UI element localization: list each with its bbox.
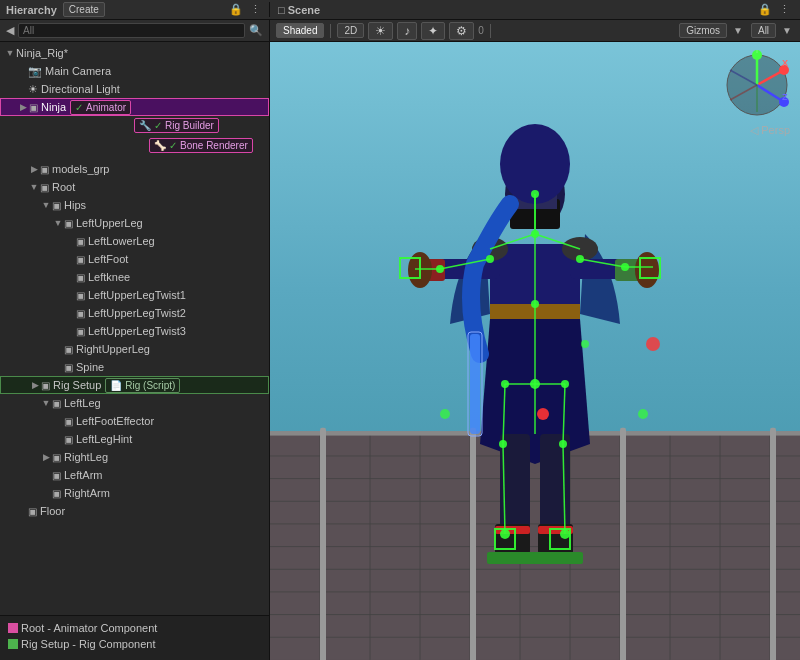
- svg-point-84: [581, 340, 589, 348]
- svg-point-66: [501, 380, 509, 388]
- rig-script-label: Rig (Script): [125, 380, 175, 391]
- mode-2d-button[interactable]: 2D: [337, 23, 364, 38]
- tree-item-hips[interactable]: ▼ ▣ Hips: [0, 196, 269, 214]
- label-leftleg: LeftLeg: [64, 397, 101, 409]
- gameobj-icon-leftfooteffector: ▣: [64, 416, 73, 427]
- light-icon: ☀: [28, 83, 38, 96]
- animator-check-icon: ✓: [75, 102, 83, 113]
- tree-item-models-grp[interactable]: ▶ ▣ models_grp: [0, 160, 269, 178]
- scene-view[interactable]: X Y Z ◁ Persp: [270, 42, 800, 660]
- animator-badge: ✓ Animator: [70, 100, 131, 115]
- label-rig-setup: Rig Setup: [53, 379, 101, 391]
- tree-item-leftleghint[interactable]: ▣ LeftLegHint: [0, 430, 269, 448]
- tree-item-rightleg[interactable]: ▶ ▣ RightLeg: [0, 448, 269, 466]
- legend-pink-square: [8, 623, 18, 633]
- tree-item-rightarm[interactable]: ▣ RightArm: [0, 484, 269, 502]
- gizmos-arrow-icon[interactable]: ▼: [731, 25, 745, 36]
- tree-item-leftknee[interactable]: ▣ Leftknee: [0, 268, 269, 286]
- tree-item-rig-setup[interactable]: ▶ ▣ Rig Setup 📄 Rig (Script): [0, 376, 269, 394]
- rig-builder-label: Rig Builder: [165, 120, 214, 131]
- legend-item-rig: Rig Setup - Rig Component: [8, 638, 261, 650]
- tree-item-leftfooteffector[interactable]: ▣ LeftFootEffector: [0, 412, 269, 430]
- label-leftlowerleg: LeftLowerLeg: [88, 235, 155, 247]
- fx-button[interactable]: ✦: [421, 22, 445, 40]
- label-leftarm: LeftArm: [64, 469, 103, 481]
- gameobj-icon-leftknee: ▣: [76, 272, 85, 283]
- gameobj-icon-spine: ▣: [64, 362, 73, 373]
- all-arrow-icon[interactable]: ▼: [780, 25, 794, 36]
- gameobj-icon-rightupperleg: ▣: [64, 344, 73, 355]
- label-leftupperlegtwist3: LeftUpperLegTwist3: [88, 325, 186, 337]
- audio-button[interactable]: ♪: [397, 22, 417, 40]
- scene-toolbar: Shaded 2D ☀ ♪ ✦ ⚙ 0 Gizmos ▼ All ▼: [270, 20, 800, 42]
- svg-text:Z: Z: [782, 92, 788, 102]
- hierarchy-search-input[interactable]: [18, 23, 245, 38]
- arrow-rig-setup: ▶: [29, 380, 41, 390]
- create-button[interactable]: Create: [63, 2, 105, 17]
- label-leftupperlegtwist2: LeftUpperLegTwist2: [88, 307, 186, 319]
- tree-item-leftarm[interactable]: ▣ LeftArm: [0, 466, 269, 484]
- tree-item-leftupperlegtwist3[interactable]: ▣ LeftUpperLegTwist3: [0, 322, 269, 340]
- more-icon-scene[interactable]: ⋮: [777, 3, 792, 16]
- scene-arrow: ▼: [4, 48, 16, 58]
- hierarchy-legend: Root - Animator Component Rig Setup - Ri…: [0, 615, 269, 660]
- svg-rect-40: [540, 434, 570, 534]
- axis-gizmo: X Y Z: [722, 50, 792, 120]
- tree-item-leftupperlegtwist1[interactable]: ▣ LeftUpperLegTwist1: [0, 286, 269, 304]
- tree-item-leftfoot[interactable]: ▣ LeftFoot: [0, 250, 269, 268]
- ninja-character-svg: [395, 104, 675, 624]
- label-leftfooteffector: LeftFootEffector: [76, 415, 154, 427]
- rig-builder-icon: 🔧: [139, 120, 151, 131]
- tree-item-rightupperleg[interactable]: ▣ RightUpperLeg: [0, 340, 269, 358]
- rig-builder-check-icon: ✓: [154, 120, 162, 131]
- scene-stat-label: 0: [478, 25, 484, 36]
- tree-item-main-camera[interactable]: 📷 Main Camera: [0, 62, 269, 80]
- label-floor: Floor: [40, 505, 65, 517]
- tree-item-leftupperleg[interactable]: ▼ ▣ LeftUpperLeg: [0, 214, 269, 232]
- tree-item-spine[interactable]: ▣ Spine: [0, 358, 269, 376]
- legend-root-label: Root - Animator Component: [21, 622, 157, 634]
- scene-root-item[interactable]: ▼ Ninja_Rig*: [0, 44, 269, 62]
- bone-renderer-label: Bone Renderer: [180, 140, 248, 151]
- lock-icon[interactable]: 🔒: [227, 3, 245, 16]
- rig-script-badge: 📄 Rig (Script): [105, 378, 180, 393]
- svg-point-75: [621, 263, 629, 271]
- scene-root-label: Ninja_Rig*: [16, 47, 68, 59]
- tree-item-root[interactable]: ▼ ▣ Root: [0, 178, 269, 196]
- tree-item-directional-light[interactable]: ☀ Directional Light: [0, 80, 269, 98]
- gameobj-icon-hips: ▣: [52, 200, 61, 211]
- tree-item-leftupperlegtwist2[interactable]: ▣ LeftUpperLegTwist2: [0, 304, 269, 322]
- label-leftfoot: LeftFoot: [88, 253, 128, 265]
- svg-point-74: [436, 265, 444, 273]
- gameobj-icon-leftleghint: ▣: [64, 434, 73, 445]
- legend-item-root: Root - Animator Component: [8, 622, 261, 634]
- tree-item-floor[interactable]: ▣ Floor: [0, 502, 269, 520]
- label-rightarm: RightArm: [64, 487, 110, 499]
- tree-item-leftlowerleg[interactable]: ▣ LeftLowerLeg: [0, 232, 269, 250]
- arrow-models-grp: ▶: [28, 164, 40, 174]
- arrow-hips: ▼: [40, 200, 52, 210]
- scene-panel: Shaded 2D ☀ ♪ ✦ ⚙ 0 Gizmos ▼ All ▼: [270, 20, 800, 660]
- label-rightupperleg: RightUpperLeg: [76, 343, 150, 355]
- svg-rect-47: [470, 334, 480, 434]
- tree-item-ninja[interactable]: ▶ ▣ Ninja ✓ Animator: [0, 98, 269, 116]
- gameobj-icon-root: ▣: [40, 182, 49, 193]
- sun-button[interactable]: ☀: [368, 22, 393, 40]
- svg-text:X: X: [782, 58, 788, 68]
- shading-button[interactable]: Shaded: [276, 23, 324, 38]
- gameobj-icon-models: ▣: [40, 164, 49, 175]
- arrow-leftupperleg: ▼: [52, 218, 64, 228]
- all-button[interactable]: All: [751, 23, 776, 38]
- tree-item-leftleg[interactable]: ▼ ▣ LeftLeg: [0, 394, 269, 412]
- persp-label: ◁ Persp: [750, 124, 790, 137]
- more-icon[interactable]: ⋮: [248, 3, 263, 16]
- gizmos-button[interactable]: Gizmos: [679, 23, 727, 38]
- arrow-root: ▼: [28, 182, 40, 192]
- scene-options-button[interactable]: ⚙: [449, 22, 474, 40]
- svg-point-80: [537, 408, 549, 420]
- lock-icon-scene[interactable]: 🔒: [756, 3, 774, 16]
- svg-point-72: [486, 255, 494, 263]
- label-leftleghint: LeftLegHint: [76, 433, 132, 445]
- animator-badge-label: Animator: [86, 102, 126, 113]
- svg-point-70: [500, 529, 510, 539]
